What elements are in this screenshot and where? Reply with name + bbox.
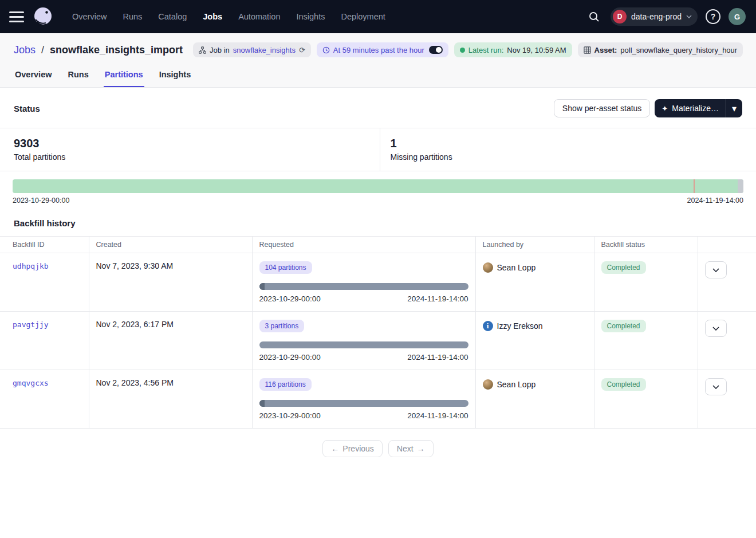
col-header-launched-by: Launched by (475, 237, 594, 253)
table-row: pavgtjjy Nov 2, 2023, 6:17 PM 3 partitio… (0, 312, 756, 370)
total-partitions-label: Total partitions (14, 152, 366, 162)
primary-nav: Overview Runs Catalog Jobs Automation In… (72, 12, 385, 21)
materialize-button-group: ✦ Materialize… ▾ (655, 99, 742, 117)
backfill-range-end: 2024-11-19-14:00 (407, 294, 468, 303)
chevron-down-icon (712, 385, 719, 389)
next-page-button[interactable]: Next → (388, 440, 434, 457)
schedule-toggle[interactable] (429, 46, 443, 54)
materialize-dropdown-button[interactable]: ▾ (726, 99, 742, 117)
nav-item-catalog[interactable]: Catalog (158, 12, 187, 21)
backfill-history-heading: Backfill history (0, 205, 756, 236)
col-header-backfill-status: Backfill status (594, 237, 698, 253)
tab-partitions[interactable]: Partitions (104, 65, 144, 87)
created-timestamp: Nov 2, 2023, 6:17 PM (96, 320, 174, 329)
breadcrumb-jobs-link[interactable]: Jobs (14, 44, 36, 56)
backfill-range-start: 2023-10-29-00:00 (259, 411, 321, 420)
backfill-id-link[interactable]: gmqvgcxs (13, 379, 49, 387)
help-icon[interactable]: ? (706, 9, 720, 24)
partition-stats: 9303 Total partitions 1 Missing partitio… (0, 128, 756, 171)
backfill-range-bar (259, 400, 468, 407)
partitions-count-badge: 3 partitions (259, 320, 305, 332)
arrow-left-icon: ← (331, 444, 339, 453)
avatar (483, 262, 493, 273)
arrow-right-icon: → (417, 444, 425, 453)
backfill-history-table: Backfill ID Created Requested Launched b… (0, 236, 756, 429)
launched-by-name: Izzy Erekson (497, 321, 543, 331)
clock-icon (322, 46, 330, 54)
dagster-logo-icon[interactable] (32, 6, 54, 28)
backfill-range-bar (259, 283, 468, 290)
caret-down-icon: ▾ (732, 103, 737, 114)
hamburger-menu-icon[interactable] (9, 11, 24, 22)
missing-partitions-label: Missing partitions (391, 152, 743, 162)
latest-run-badge: Latest run: Nov 19, 10:59 AM (454, 42, 572, 57)
asset-name: poll_snowflake_query_history_hour (620, 46, 737, 54)
row-menu-button[interactable] (705, 261, 727, 278)
refresh-icon[interactable]: ⟳ (299, 46, 305, 54)
avatar: i (483, 321, 493, 331)
table-row: udhpqjkb Nov 7, 2023, 9:30 AM 104 partit… (0, 253, 756, 312)
missing-partitions-stat: 1 Missing partitions (380, 128, 756, 171)
launched-by-name: Sean Lopp (497, 380, 536, 389)
col-header-created: Created (89, 237, 252, 253)
backfill-range-end: 2024-11-19-14:00 (407, 411, 468, 420)
search-icon[interactable] (585, 8, 603, 25)
total-partitions-value: 9303 (14, 137, 366, 150)
nav-item-runs[interactable]: Runs (123, 12, 142, 21)
partition-health-bar[interactable] (13, 179, 743, 193)
col-header-backfill-id: Backfill ID (0, 237, 89, 253)
sparkle-icon: ✦ (662, 104, 668, 113)
row-menu-button[interactable] (705, 378, 727, 395)
backfill-id-link[interactable]: udhpqjkb (13, 262, 49, 270)
partition-range-start: 2023-10-29-00:00 (13, 197, 69, 205)
backfill-range-start: 2023-10-29-00:00 (259, 353, 321, 362)
code-location-link[interactable]: snowflake_insights (233, 46, 296, 54)
page-subheader: Jobs / snowflake_insights_import Job in … (0, 33, 756, 88)
nav-item-overview[interactable]: Overview (72, 12, 107, 21)
partitions-count-badge: 104 partitions (259, 261, 312, 274)
chevron-down-icon (712, 327, 719, 331)
tab-runs[interactable]: Runs (67, 65, 90, 87)
job-in-label: Job in (210, 46, 230, 54)
missing-partition-marker (694, 179, 695, 193)
launched-by-name: Sean Lopp (497, 263, 536, 272)
nav-item-deployment[interactable]: Deployment (341, 12, 385, 21)
deployment-switcher[interactable]: D data-eng-prod (611, 7, 698, 26)
asset-badge: Asset: poll_snowflake_query_history_hour (578, 42, 743, 57)
top-navbar: Overview Runs Catalog Jobs Automation In… (0, 0, 756, 33)
user-avatar[interactable]: G (729, 8, 746, 25)
asset-grid-icon (584, 46, 591, 54)
deployment-name: data-eng-prod (631, 12, 682, 21)
deployment-avatar: D (613, 10, 627, 23)
col-header-actions (698, 237, 756, 253)
tab-overview[interactable]: Overview (14, 65, 53, 87)
col-header-requested: Requested (252, 237, 475, 253)
pagination: ← Previous Next → (0, 429, 756, 469)
status-badge: Completed (601, 261, 646, 274)
partitions-count-badge: 116 partitions (259, 378, 312, 391)
partition-range-end: 2024-11-19-14:00 (687, 197, 743, 205)
job-tabs: Overview Runs Partitions Insights (0, 61, 756, 87)
breadcrumb-separator: / (41, 44, 44, 56)
tab-insights[interactable]: Insights (158, 65, 192, 87)
previous-page-button[interactable]: ← Previous (322, 440, 382, 457)
nav-item-insights[interactable]: Insights (296, 12, 325, 21)
asset-label: Asset: (594, 46, 617, 54)
nav-item-jobs[interactable]: Jobs (203, 12, 222, 21)
table-row: gmqvgcxs Nov 2, 2023, 4:56 PM 116 partit… (0, 370, 756, 429)
show-per-asset-status-button[interactable]: Show per-asset status (554, 99, 651, 117)
backfill-range-start: 2023-10-29-00:00 (259, 294, 321, 303)
backfill-range-bar (259, 341, 468, 348)
nav-item-automation[interactable]: Automation (238, 12, 280, 21)
materialize-button[interactable]: ✦ Materialize… (655, 99, 726, 117)
backfill-range-end: 2024-11-19-14:00 (407, 353, 468, 362)
row-menu-button[interactable] (705, 320, 727, 337)
materialize-label: Materialize… (672, 104, 719, 113)
chevron-down-icon (712, 268, 719, 272)
backfill-id-link[interactable]: pavgtjjy (13, 320, 49, 329)
status-badge: Completed (601, 320, 646, 332)
latest-run-time: Nov 19, 10:59 AM (507, 46, 566, 54)
status-heading: Status (14, 104, 40, 113)
schedule-badge: At 59 minutes past the hour (317, 42, 448, 57)
latest-run-label: Latest run: (468, 46, 503, 54)
